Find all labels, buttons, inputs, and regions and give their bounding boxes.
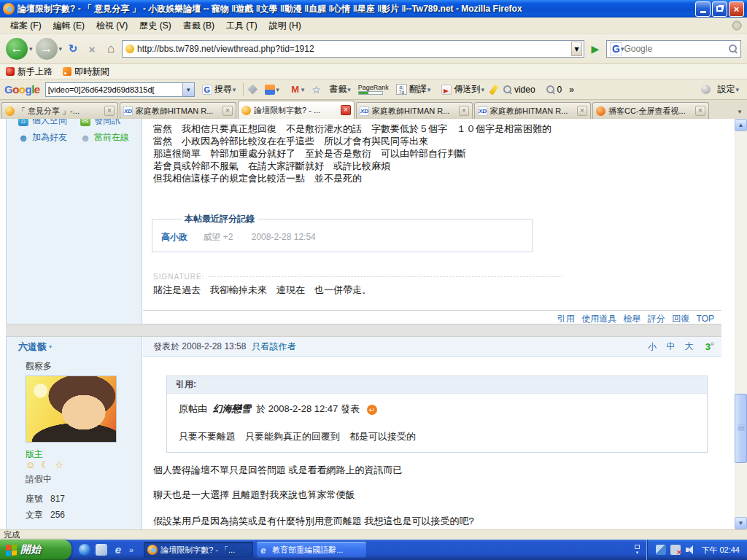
quote-link[interactable]: 引用 [557, 314, 575, 324]
user-custom-title: 觀察多 [26, 360, 52, 373]
quick-launch-messenger-icon[interactable] [96, 544, 107, 556]
only-author-link[interactable]: 只看該作者 [252, 341, 295, 353]
volume-icon[interactable] [685, 545, 695, 555]
home-button[interactable]: ⌂ [103, 41, 119, 57]
tab-hitman-2[interactable]: XD 家庭教師HITMAN R... × [356, 102, 473, 119]
search-icon [546, 85, 555, 94]
translate-button[interactable]: a¡7à 翻譯 ▾ [392, 81, 435, 98]
network-icon[interactable] [656, 545, 666, 555]
taskbar-item-ie[interactable]: e 教育部重編國語辭... [257, 542, 366, 558]
goto-quoted-post-icon[interactable]: ↩ [367, 405, 377, 415]
gmail-button[interactable]: M ▾ [287, 82, 309, 97]
forward-button[interactable]: → [36, 38, 58, 60]
taskbar-hidden-icons-chevron[interactable]: ▾ [630, 545, 643, 556]
reload-button[interactable]: ↻ [65, 41, 81, 57]
settings-button[interactable]: 設定 ▾ [713, 81, 743, 98]
report-link[interactable]: 檢舉 [624, 314, 641, 324]
google-query-input[interactable] [46, 85, 182, 94]
send-to-button[interactable]: 傳送到 ▾ [438, 81, 488, 98]
rating-score: 威望 +2 [203, 232, 233, 242]
tab-hitman-3[interactable]: XD 家庭教師HITMAN R... × [474, 102, 591, 119]
blogger-button[interactable]: ▾ [261, 82, 283, 97]
font-small-link[interactable]: 小 [648, 341, 658, 351]
close-icon: × [734, 4, 740, 15]
go-button[interactable]: ▶ [587, 41, 603, 57]
back-dropdown[interactable]: ▾ [29, 45, 33, 52]
menu-history[interactable]: 歷史 (S) [133, 18, 177, 34]
menu-tools[interactable]: 工具 (T) [220, 18, 263, 34]
tab-close-button[interactable]: × [341, 105, 351, 115]
chevron-down-icon: ▾ [187, 86, 190, 93]
rate-link[interactable]: 評分 [648, 314, 665, 324]
top-link[interactable]: TOP [697, 314, 714, 324]
tab-close-button[interactable]: × [695, 106, 705, 116]
stop-button[interactable]: × [84, 41, 100, 57]
highlighter-icon[interactable] [489, 84, 498, 95]
tab-hitman-1[interactable]: XD 家庭教師HITMAN R... × [120, 102, 236, 119]
autofill-icon[interactable] [247, 85, 258, 95]
link-add-friend[interactable]: ☻ 加為好友 [18, 131, 77, 144]
scrollbar-thumb[interactable] [735, 394, 747, 463]
tab-close-button[interactable]: × [104, 106, 115, 116]
scroll-down-button[interactable]: ▼ [735, 517, 747, 529]
quick-launch-ie-icon[interactable]: e [112, 544, 124, 556]
close-button[interactable]: × [729, 1, 744, 17]
font-medium-link[interactable]: 中 [666, 341, 676, 351]
font-large-link[interactable]: 大 [685, 341, 695, 351]
network-disconnected-icon[interactable] [670, 545, 681, 555]
bookmarks-button[interactable]: 書籤 ▾ [325, 81, 355, 98]
find-word-video[interactable]: video [500, 82, 539, 97]
pagerank-meter[interactable]: PageRank [358, 85, 389, 95]
menu-edit[interactable]: 編輯 (E) [47, 18, 90, 34]
search-icon[interactable] [729, 44, 738, 53]
tab-opinion-share[interactable]: 「 意見分享 」-... × [1, 102, 118, 119]
bookmark-latest-news[interactable]: 即時新聞 [63, 66, 109, 78]
minimize-button[interactable] [695, 1, 711, 17]
url-history-dropdown[interactable]: ▾ [571, 42, 582, 56]
username-link[interactable]: 六道骸 [18, 341, 47, 354]
menu-help[interactable]: 說明 (H) [263, 18, 307, 34]
rating-legend: 本帖最近評分記錄 [182, 213, 258, 225]
send-to-icon [441, 85, 452, 95]
forward-dropdown[interactable]: ▾ [59, 45, 63, 52]
google-search-button[interactable]: G 搜尋 ▾ [198, 81, 240, 98]
restore-button[interactable] [712, 1, 727, 17]
taskbar-item-firefox[interactable]: 論壇限制字數? - 「... [144, 542, 253, 558]
tab-thread-active[interactable]: 論壇限制字數? - ... × [238, 101, 355, 119]
link-send-pm[interactable]: ✉ 發簡訊 [80, 119, 139, 127]
tab-list-dropdown[interactable]: ▾ [734, 104, 746, 119]
bookmark-getting-started[interactable]: 新手上路 [6, 66, 53, 78]
tab-close-button[interactable]: × [459, 106, 469, 116]
reply-link[interactable]: 回復 [672, 314, 689, 324]
link-personal-space[interactable]: ⌂ 個人空間 [18, 119, 77, 127]
url-input[interactable] [137, 44, 571, 54]
use-props-link[interactable]: 使用道具 [581, 314, 616, 324]
quick-launch-more-chevron[interactable]: » [129, 545, 133, 554]
quoted-username[interactable]: 幻海戀雪 [213, 403, 251, 414]
search-input[interactable] [624, 44, 729, 54]
query-dropdown[interactable]: ▾ [182, 83, 194, 96]
tab-close-button[interactable]: × [577, 106, 587, 116]
post1-action-links: 引用 使用道具 檢舉 評分 回復 TOP [143, 310, 721, 324]
language-bar-icon [635, 545, 640, 549]
home-space-icon: ⌂ [18, 119, 28, 126]
star-bookmark-icon[interactable]: ☆ [311, 85, 322, 95]
status-bar: 完成 [0, 529, 747, 540]
menu-bookmarks[interactable]: 書籤 (B) [177, 18, 220, 34]
post-text-line: 當然 小政因為幹部比較沒在在乎這些 所以才會有與民同等出來 [153, 135, 722, 147]
rating-record-box: 本帖最近評分記錄 高小政 威望 +2 2008-2-28 12:54 [152, 213, 533, 252]
find-word-count[interactable]: 0 [543, 82, 566, 97]
back-button[interactable]: ← [6, 38, 28, 60]
rating-row: 高小政 威望 +2 2008-2-28 12:54 [161, 231, 523, 244]
scroll-up-button[interactable]: ▲ [735, 119, 747, 131]
menu-view[interactable]: 檢視 (V) [90, 18, 133, 34]
quick-launch-browser-icon[interactable] [79, 544, 90, 556]
chevron-down-icon[interactable]: ▾ [49, 343, 52, 350]
vertical-scrollbar[interactable]: ▲ ▼ [735, 119, 747, 529]
tab-close-button[interactable]: × [222, 106, 233, 116]
start-button[interactable]: 開始 [0, 540, 71, 560]
tab-podcast-cc[interactable]: 播客CC-全屏查看视... × [592, 102, 709, 119]
menu-file[interactable]: 檔案 (F) [4, 18, 47, 34]
toolbar-more-chevron[interactable]: » [569, 85, 574, 95]
rating-user-link[interactable]: 高小政 [161, 232, 187, 242]
